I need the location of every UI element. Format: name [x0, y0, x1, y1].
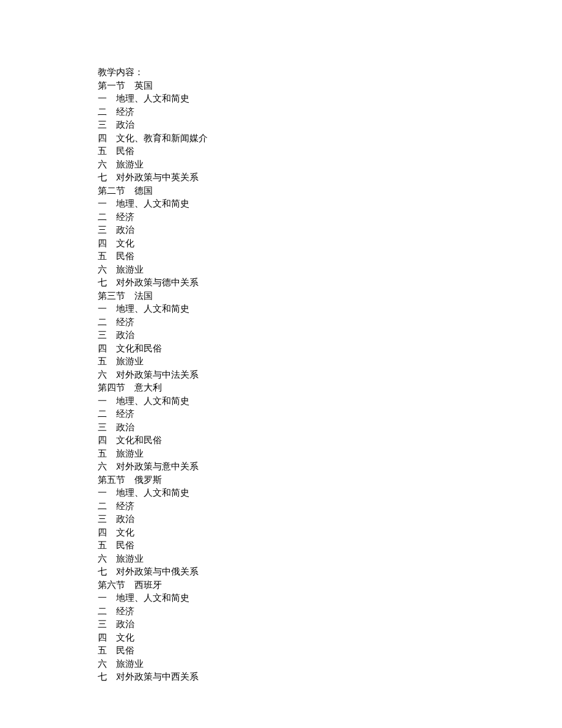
- list-item: 一 地理、人文和简史: [98, 92, 464, 106]
- list-item: 五 旅游业: [98, 447, 464, 461]
- list-item: 二 经济: [98, 316, 464, 329]
- list-item: 四 文化: [98, 526, 464, 540]
- header-line: 教学内容：: [98, 66, 464, 79]
- list-item: 一 地理、人文和简史: [98, 592, 464, 605]
- list-item: 三 政治: [98, 421, 464, 435]
- list-item: 五 民俗: [98, 145, 464, 158]
- list-item: 四 文化和民俗: [98, 434, 464, 447]
- list-item: 七 对外政策与中西关系: [98, 671, 464, 684]
- list-item: 一 地理、人文和简史: [98, 303, 464, 316]
- list-item: 六 对外政策与中法关系: [98, 369, 464, 382]
- list-item: 六 旅游业: [98, 553, 464, 566]
- list-item: 六 旅游业: [98, 658, 464, 671]
- section-title: 第四节 意大利: [98, 381, 464, 395]
- list-item: 四 文化: [98, 631, 464, 645]
- list-item: 七 对外政策与中俄关系: [98, 565, 464, 579]
- list-item: 七 对外政策与中英关系: [98, 171, 464, 185]
- list-item: 三 政治: [98, 618, 464, 631]
- list-item: 二 经济: [98, 408, 464, 421]
- section-title: 第六节 西班牙: [98, 579, 464, 592]
- list-item: 四 文化、教育和新闻媒介: [98, 132, 464, 145]
- section-title: 第一节 英国: [98, 79, 464, 93]
- list-item: 六 旅游业: [98, 263, 464, 277]
- list-item: 二 经济: [98, 211, 464, 224]
- list-item: 五 民俗: [98, 644, 464, 658]
- section-title: 第五节 俄罗斯: [98, 474, 464, 487]
- list-item: 一 地理、人文和简史: [98, 487, 464, 500]
- list-item: 六 旅游业: [98, 158, 464, 172]
- list-item: 三 政治: [98, 329, 464, 342]
- list-item: 三 政治: [98, 224, 464, 237]
- list-item: 四 文化: [98, 237, 464, 251]
- section-title: 第三节 法国: [98, 290, 464, 303]
- section-title: 第二节 德国: [98, 185, 464, 198]
- list-item: 三 政治: [98, 119, 464, 132]
- list-item: 七 对外政策与德中关系: [98, 276, 464, 290]
- list-item: 一 地理、人文和简史: [98, 197, 464, 211]
- list-item: 五 民俗: [98, 250, 464, 263]
- list-item: 二 经济: [98, 106, 464, 119]
- list-item: 三 政治: [98, 513, 464, 526]
- list-item: 五 民俗: [98, 539, 464, 553]
- list-item: 四 文化和民俗: [98, 342, 464, 356]
- list-item: 二 经济: [98, 605, 464, 619]
- list-item: 六 对外政策与意中关系: [98, 460, 464, 474]
- list-item: 一 地理、人文和简史: [98, 395, 464, 408]
- list-item: 二 经济: [98, 500, 464, 513]
- list-item: 五 旅游业: [98, 355, 464, 369]
